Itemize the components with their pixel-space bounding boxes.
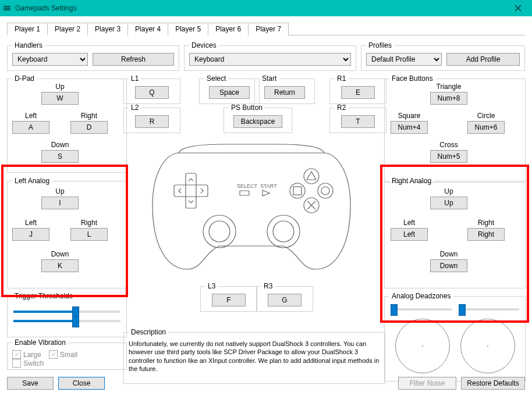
svg-marker-8 bbox=[307, 172, 316, 180]
svg-text:SELECT: SELECT bbox=[237, 183, 258, 189]
la-down-button[interactable]: K bbox=[41, 259, 79, 272]
trigger-slider-1[interactable] bbox=[13, 311, 120, 313]
svg-point-22 bbox=[267, 215, 300, 248]
tab-player-7[interactable]: Player 7 bbox=[248, 23, 289, 35]
l3-group: L3 F bbox=[200, 282, 257, 312]
la-left-button[interactable]: J bbox=[12, 228, 49, 241]
trigger-slider-2[interactable] bbox=[13, 320, 120, 322]
l3-button[interactable]: F bbox=[212, 294, 246, 306]
start-legend: Start bbox=[260, 74, 279, 83]
vibration-group: Enable Vibration ✓Large ✓Small Switch bbox=[7, 338, 127, 370]
devices-group: Devices Keyboard bbox=[184, 41, 356, 71]
r2-legend: R2 bbox=[335, 104, 348, 112]
tab-player-2[interactable]: Player 2 bbox=[47, 23, 88, 35]
dpad-up-button[interactable]: W bbox=[41, 92, 79, 105]
dpad-right-button[interactable]: D bbox=[70, 121, 108, 134]
handlers-select[interactable]: Keyboard bbox=[12, 53, 88, 66]
select-group: Select Space bbox=[199, 74, 260, 104]
deadzone-circle-right bbox=[460, 319, 515, 373]
dpad-right-label: Right bbox=[81, 112, 97, 120]
la-right-button[interactable]: L bbox=[70, 228, 108, 241]
titlebar: Gamepads Settings bbox=[0, 0, 532, 16]
ra-down-label: Down bbox=[440, 250, 458, 258]
rightanalog-legend: Right Analog bbox=[389, 177, 434, 185]
window-title: Gamepads Settings bbox=[15, 4, 506, 12]
add-profile-button[interactable]: Add Profile bbox=[446, 53, 520, 66]
tab-player-5[interactable]: Player 5 bbox=[168, 23, 208, 35]
deadzone-circle-left bbox=[395, 319, 450, 373]
profiles-legend: Profiles bbox=[366, 41, 394, 49]
start-button[interactable]: Return bbox=[264, 86, 305, 99]
vibration-large-checkbox[interactable]: ✓Large bbox=[12, 350, 41, 359]
description-text: Unfortunately, we currently do not nativ… bbox=[129, 340, 380, 373]
trigger-thresholds-group: Trigger Thresholds bbox=[7, 292, 127, 337]
profiles-select[interactable]: Default Profile bbox=[366, 53, 442, 66]
devices-select[interactable]: Keyboard bbox=[189, 53, 351, 66]
svg-point-9 bbox=[290, 183, 305, 198]
face-square-button[interactable]: Num+4 bbox=[391, 121, 428, 134]
devices-legend: Devices bbox=[189, 41, 219, 49]
dpad-down-label: Down bbox=[51, 141, 69, 149]
facebuttons-legend: Face Buttons bbox=[389, 74, 435, 83]
r2-button[interactable]: T bbox=[341, 115, 375, 128]
r3-group: R3 G bbox=[256, 282, 313, 312]
svg-point-21 bbox=[209, 221, 230, 242]
svg-point-12 bbox=[321, 187, 329, 195]
tab-player-3[interactable]: Player 3 bbox=[87, 23, 128, 35]
app-icon bbox=[2, 3, 12, 13]
l1-button[interactable]: Q bbox=[135, 86, 169, 99]
face-triangle-button[interactable]: Num+8 bbox=[430, 92, 467, 105]
svg-text:START: START bbox=[260, 183, 277, 189]
dpad-down-button[interactable]: S bbox=[41, 150, 79, 163]
leftanalog-legend: Left Analog bbox=[12, 177, 52, 185]
dpad-group: D-Pad Up W Left A Right D Down S bbox=[7, 74, 127, 173]
l2-group: L2 R bbox=[123, 104, 180, 133]
tab-player-6[interactable]: Player 6 bbox=[208, 23, 249, 35]
select-button[interactable]: Space bbox=[209, 86, 250, 99]
psbutton-button[interactable]: Backspace bbox=[233, 115, 282, 128]
psbutton-group: PS Button Backspace bbox=[224, 104, 292, 133]
filter-noise-button[interactable]: Filter Noise bbox=[398, 377, 456, 390]
r1-button[interactable]: E bbox=[341, 86, 375, 99]
l2-button[interactable]: R bbox=[135, 115, 169, 128]
ra-right-button[interactable]: Right bbox=[467, 228, 505, 241]
close-icon[interactable] bbox=[506, 1, 530, 15]
deadzone-slider-right[interactable] bbox=[459, 308, 520, 311]
leftanalog-group: Left Analog Up I Left J Right L Down K bbox=[7, 177, 127, 288]
r2-group: R2 T bbox=[329, 104, 386, 133]
start-group: Start Return bbox=[254, 74, 315, 104]
face-triangle-label: Triangle bbox=[437, 83, 462, 91]
ra-left-label: Left bbox=[403, 219, 415, 227]
ra-up-label: Up bbox=[444, 187, 453, 195]
ra-up-button[interactable]: Up bbox=[430, 197, 467, 209]
close-button[interactable]: Close bbox=[58, 377, 105, 390]
dpad-left-button[interactable]: A bbox=[12, 121, 49, 134]
handlers-group: Handlers Keyboard Refresh bbox=[7, 41, 179, 71]
facebuttons-group: Face Buttons Triangle Num+8 Square Num+4… bbox=[384, 74, 526, 183]
ra-right-label: Right bbox=[478, 219, 494, 227]
la-up-label: Up bbox=[55, 187, 64, 195]
save-button[interactable]: Save bbox=[7, 377, 54, 390]
face-circle-button[interactable]: Num+6 bbox=[467, 121, 505, 134]
tab-player-4[interactable]: Player 4 bbox=[127, 23, 168, 35]
restore-defaults-button[interactable]: Restore Defaults bbox=[461, 377, 525, 390]
face-cross-button[interactable]: Num+5 bbox=[430, 150, 467, 163]
handlers-legend: Handlers bbox=[12, 41, 45, 49]
la-up-button[interactable]: I bbox=[41, 197, 79, 209]
ra-down-button[interactable]: Down bbox=[430, 259, 467, 272]
profiles-group: Profiles Default Profile Add Profile bbox=[361, 41, 525, 71]
r3-button[interactable]: G bbox=[268, 294, 302, 306]
deadzone-slider-left[interactable] bbox=[391, 308, 452, 311]
refresh-button[interactable]: Refresh bbox=[93, 53, 174, 66]
r1-legend: R1 bbox=[335, 74, 348, 83]
psbutton-legend: PS Button bbox=[229, 104, 265, 112]
vibration-switch-checkbox[interactable]: Switch bbox=[12, 359, 44, 368]
l2-legend: L2 bbox=[129, 104, 141, 112]
trigger-thresholds-legend: Trigger Thresholds bbox=[12, 292, 75, 300]
deadzones-group: Analog Deadzones bbox=[384, 292, 526, 382]
tab-player-1[interactable]: Player 1 bbox=[7, 23, 48, 35]
ra-left-button[interactable]: Left bbox=[391, 228, 428, 241]
vibration-small-checkbox[interactable]: ✓Small bbox=[49, 350, 77, 359]
svg-point-11 bbox=[318, 183, 333, 198]
player-tabs: Player 1 Player 2 Player 3 Player 4 Play… bbox=[7, 22, 525, 35]
